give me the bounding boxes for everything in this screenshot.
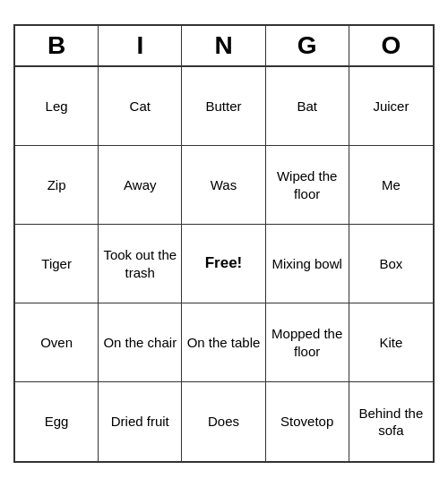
bingo-cell-13[interactable]: Mixing bowl [266, 225, 349, 303]
bingo-cell-2[interactable]: Butter [182, 67, 265, 146]
header-letter-G: G [266, 26, 349, 65]
bingo-cell-17[interactable]: On the table [182, 303, 265, 382]
bingo-cell-14[interactable]: Box [349, 225, 433, 303]
bingo-cell-9[interactable]: Me [349, 146, 433, 225]
bingo-cell-5[interactable]: Zip [15, 146, 99, 225]
bingo-cell-6[interactable]: Away [99, 146, 182, 225]
bingo-cell-8[interactable]: Wiped the floor [266, 146, 349, 225]
header-letter-O: O [349, 26, 433, 65]
bingo-cell-21[interactable]: Dried fruit [99, 382, 182, 461]
bingo-cell-10[interactable]: Tiger [15, 225, 99, 303]
bingo-card: BINGO LegCatButterBatJuicerZipAwayWasWip… [13, 24, 435, 463]
bingo-cell-0[interactable]: Leg [15, 67, 99, 146]
bingo-cell-7[interactable]: Was [182, 146, 265, 225]
bingo-header: BINGO [15, 26, 433, 67]
bingo-cell-19[interactable]: Kite [349, 303, 433, 382]
bingo-cell-16[interactable]: On the chair [99, 303, 182, 382]
bingo-cell-20[interactable]: Egg [15, 382, 99, 461]
bingo-cell-12[interactable]: Free! [182, 225, 265, 303]
bingo-cell-18[interactable]: Mopped the floor [266, 303, 349, 382]
bingo-cell-15[interactable]: Oven [15, 303, 99, 382]
bingo-cell-4[interactable]: Juicer [349, 67, 433, 146]
header-letter-B: B [15, 26, 99, 65]
bingo-cell-3[interactable]: Bat [266, 67, 349, 146]
bingo-cell-23[interactable]: Stovetop [266, 382, 349, 461]
bingo-cell-11[interactable]: Took out the trash [99, 225, 182, 303]
bingo-cell-1[interactable]: Cat [99, 67, 182, 146]
bingo-grid: LegCatButterBatJuicerZipAwayWasWiped the… [15, 67, 433, 461]
bingo-cell-22[interactable]: Does [182, 382, 265, 461]
header-letter-I: I [99, 26, 182, 65]
bingo-cell-24[interactable]: Behind the sofa [349, 382, 433, 461]
header-letter-N: N [182, 26, 265, 65]
